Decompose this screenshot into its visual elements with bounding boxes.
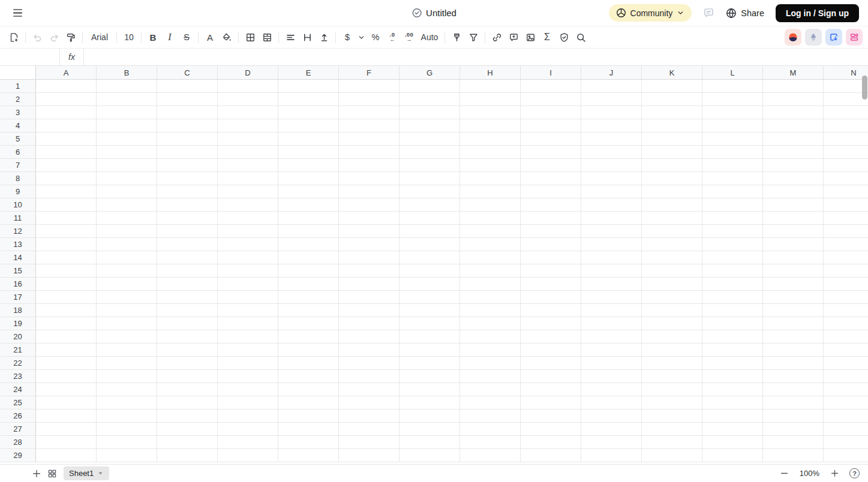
column-header-H[interactable]: H bbox=[460, 66, 521, 80]
cell-H26[interactable] bbox=[460, 409, 521, 423]
row-header-8[interactable]: 8 bbox=[0, 172, 36, 185]
cell-E1[interactable] bbox=[278, 80, 339, 93]
cell-D1[interactable] bbox=[218, 80, 278, 93]
cell-J26[interactable] bbox=[581, 409, 642, 423]
cell-B10[interactable] bbox=[97, 198, 157, 212]
cell-E13[interactable] bbox=[278, 238, 339, 251]
cell-M24[interactable] bbox=[763, 383, 824, 396]
name-box[interactable] bbox=[0, 49, 60, 65]
cell-D13[interactable] bbox=[218, 238, 278, 251]
cell-N28[interactable] bbox=[824, 436, 868, 449]
cell-H28[interactable] bbox=[460, 436, 521, 449]
cell-I13[interactable] bbox=[521, 238, 581, 251]
cell-D24[interactable] bbox=[218, 383, 278, 396]
cell-N14[interactable] bbox=[824, 251, 868, 264]
cell-C15[interactable] bbox=[157, 264, 218, 278]
row-header-6[interactable]: 6 bbox=[0, 146, 36, 159]
cell-A27[interactable] bbox=[36, 423, 97, 436]
cell-L22[interactable] bbox=[702, 357, 763, 370]
cell-K6[interactable] bbox=[642, 146, 702, 159]
cell-D21[interactable] bbox=[218, 344, 278, 357]
cell-C28[interactable] bbox=[157, 436, 218, 449]
cell-A26[interactable] bbox=[36, 409, 97, 423]
cell-K10[interactable] bbox=[642, 198, 702, 212]
cell-D3[interactable] bbox=[218, 106, 278, 119]
cell-L20[interactable] bbox=[702, 330, 763, 344]
cell-J29[interactable] bbox=[581, 449, 642, 462]
cell-F9[interactable] bbox=[339, 185, 400, 198]
cell-I29[interactable] bbox=[521, 449, 581, 462]
column-header-N[interactable]: N bbox=[824, 66, 868, 80]
cell-C11[interactable] bbox=[157, 212, 218, 225]
cell-H18[interactable] bbox=[460, 304, 521, 317]
cell-G25[interactable] bbox=[400, 396, 460, 409]
cell-G4[interactable] bbox=[400, 119, 460, 132]
cell-G22[interactable] bbox=[400, 357, 460, 370]
cell-I9[interactable] bbox=[521, 185, 581, 198]
column-header-D[interactable]: D bbox=[218, 66, 278, 80]
cell-L5[interactable] bbox=[702, 132, 763, 146]
cell-B2[interactable] bbox=[97, 93, 157, 106]
formula-input[interactable] bbox=[84, 49, 868, 65]
cell-E4[interactable] bbox=[278, 119, 339, 132]
cell-B19[interactable] bbox=[97, 317, 157, 330]
cell-C29[interactable] bbox=[157, 449, 218, 462]
row-header-20[interactable]: 20 bbox=[0, 330, 36, 344]
document-title[interactable]: Untitled bbox=[426, 8, 456, 18]
cell-N17[interactable] bbox=[824, 291, 868, 304]
cell-D27[interactable] bbox=[218, 423, 278, 436]
cell-A19[interactable] bbox=[36, 317, 97, 330]
cell-H17[interactable] bbox=[460, 291, 521, 304]
cell-K7[interactable] bbox=[642, 159, 702, 172]
cell-L10[interactable] bbox=[702, 198, 763, 212]
cell-D2[interactable] bbox=[218, 93, 278, 106]
cell-L1[interactable] bbox=[702, 80, 763, 93]
cell-B23[interactable] bbox=[97, 370, 157, 383]
data-validation-icon[interactable] bbox=[555, 29, 572, 45]
cell-M3[interactable] bbox=[763, 106, 824, 119]
export-range-plugin-icon[interactable] bbox=[825, 29, 842, 46]
cell-H14[interactable] bbox=[460, 251, 521, 264]
spreadsheet-grid[interactable]: ABCDEFGHIJKLMN 1234567891011121314151617… bbox=[0, 66, 868, 464]
cell-F20[interactable] bbox=[339, 330, 400, 344]
cell-K1[interactable] bbox=[642, 80, 702, 93]
cell-F14[interactable] bbox=[339, 251, 400, 264]
column-header-G[interactable]: G bbox=[400, 66, 460, 80]
cell-M17[interactable] bbox=[763, 291, 824, 304]
cell-E23[interactable] bbox=[278, 370, 339, 383]
cell-L17[interactable] bbox=[702, 291, 763, 304]
cell-F17[interactable] bbox=[339, 291, 400, 304]
cell-A16[interactable] bbox=[36, 278, 97, 291]
cell-L21[interactable] bbox=[702, 344, 763, 357]
cell-C23[interactable] bbox=[157, 370, 218, 383]
cell-G3[interactable] bbox=[400, 106, 460, 119]
cell-E12[interactable] bbox=[278, 225, 339, 238]
row-header-27[interactable]: 27 bbox=[0, 423, 36, 436]
cell-A8[interactable] bbox=[36, 172, 97, 185]
cell-E19[interactable] bbox=[278, 317, 339, 330]
cell-E29[interactable] bbox=[278, 449, 339, 462]
percent-format-button[interactable]: % bbox=[367, 29, 384, 45]
cell-A4[interactable] bbox=[36, 119, 97, 132]
cell-L26[interactable] bbox=[702, 409, 763, 423]
column-header-C[interactable]: C bbox=[157, 66, 218, 80]
cell-B20[interactable] bbox=[97, 330, 157, 344]
cell-H24[interactable] bbox=[460, 383, 521, 396]
row-header-18[interactable]: 18 bbox=[0, 304, 36, 317]
column-header-J[interactable]: J bbox=[581, 66, 642, 80]
cell-I27[interactable] bbox=[521, 423, 581, 436]
cell-E28[interactable] bbox=[278, 436, 339, 449]
cell-L16[interactable] bbox=[702, 278, 763, 291]
cell-J17[interactable] bbox=[581, 291, 642, 304]
cell-D28[interactable] bbox=[218, 436, 278, 449]
cell-H6[interactable] bbox=[460, 146, 521, 159]
cell-J24[interactable] bbox=[581, 383, 642, 396]
cell-C6[interactable] bbox=[157, 146, 218, 159]
cell-G1[interactable] bbox=[400, 80, 460, 93]
cell-D11[interactable] bbox=[218, 212, 278, 225]
cell-D8[interactable] bbox=[218, 172, 278, 185]
cell-H27[interactable] bbox=[460, 423, 521, 436]
cell-A15[interactable] bbox=[36, 264, 97, 278]
cell-E25[interactable] bbox=[278, 396, 339, 409]
conditional-format-icon[interactable] bbox=[448, 29, 465, 45]
